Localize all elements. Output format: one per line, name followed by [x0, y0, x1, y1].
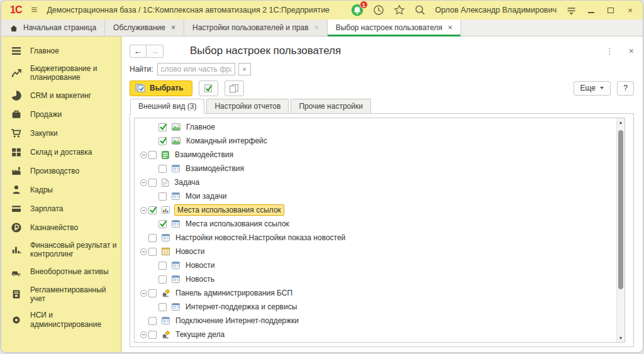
sidebar-item[interactable]: Главное: [1, 41, 122, 60]
checkbox[interactable]: [148, 248, 157, 256]
collapse-icon[interactable]: [140, 290, 147, 297]
back-button[interactable]: ←: [130, 45, 147, 58]
tree-row[interactable]: Подключение Интернет-поддержки: [135, 314, 616, 328]
close-tab-icon[interactable]: ×: [448, 23, 452, 32]
sidebar-item[interactable]: Закупки: [1, 124, 122, 143]
settings-tree: ГлавноеКомандный интерфейсВзаимодействия…: [135, 118, 616, 342]
checkbox[interactable]: [158, 165, 167, 173]
scroll-up-icon[interactable]: ▲: [617, 118, 625, 126]
checkbox[interactable]: [148, 206, 157, 214]
set-all-flags-button[interactable]: [199, 80, 218, 96]
close-tab-icon[interactable]: ×: [171, 23, 175, 32]
collapse-icon[interactable]: [140, 152, 147, 158]
main-menu-icon[interactable]: ≡: [27, 4, 41, 16]
clear-find-button[interactable]: ×: [238, 63, 251, 75]
document-green-icon: [162, 151, 169, 159]
tree-row[interactable]: Новость: [135, 272, 616, 286]
checkbox[interactable]: [158, 275, 167, 284]
checkbox[interactable]: [158, 262, 167, 270]
checkbox[interactable]: [158, 123, 167, 131]
collapse-icon[interactable]: [140, 207, 147, 214]
favorites-button[interactable]: [394, 4, 405, 16]
history-button[interactable]: [373, 4, 384, 16]
sidebar-item-label: Кадры: [30, 185, 53, 194]
service-menu-button[interactable]: [566, 5, 577, 16]
scrollbar-thumb[interactable]: [618, 130, 623, 289]
sidebar-item[interactable]: Зарплата: [1, 199, 122, 218]
sidebar-item[interactable]: Производство: [1, 162, 122, 180]
select-icon: [135, 84, 145, 92]
sidebar-item[interactable]: Финансовый результат и контроллинг: [1, 237, 122, 263]
more-button[interactable]: Еще: [574, 81, 611, 96]
window-tab[interactable]: Выбор настроек пользователя×: [328, 19, 462, 36]
tree-row[interactable]: Текущие дела: [135, 341, 616, 342]
minimize-button[interactable]: [586, 6, 596, 14]
checkbox[interactable]: [158, 192, 167, 201]
sidebar-item[interactable]: Регламентированный учет: [1, 282, 122, 307]
checkbox[interactable]: [148, 289, 157, 297]
tree-row[interactable]: Интернет-поддержка и сервисы: [135, 300, 616, 314]
tree-row[interactable]: Места использования ссылок: [135, 203, 616, 217]
checkbox[interactable]: [158, 137, 167, 145]
sidebar-item[interactable]: НСИ и администрирование: [1, 307, 122, 333]
tree-row[interactable]: Новости: [135, 245, 616, 258]
maximize-button[interactable]: [606, 6, 616, 14]
notifications-button[interactable]: 1: [351, 4, 364, 16]
checkbox[interactable]: [148, 317, 157, 325]
current-user[interactable]: Орлов Александр Владимирович: [435, 6, 557, 14]
checkbox[interactable]: [148, 234, 157, 242]
checkbox[interactable]: [148, 151, 157, 159]
tree-row[interactable]: Главное: [135, 120, 616, 134]
tree-row[interactable]: Взаимодействия: [135, 148, 616, 162]
settings-tab[interactable]: Прочие настройки: [291, 99, 370, 113]
window-tab[interactable]: Настройки пользователей и прав×: [184, 19, 328, 36]
close-form-button[interactable]: ×: [629, 46, 634, 56]
checkbox[interactable]: [148, 179, 157, 187]
forward-button[interactable]: →: [147, 45, 164, 58]
tree-row[interactable]: Настройки новостей.Настройки показа ново…: [135, 231, 616, 245]
settings-tab[interactable]: Внешний вид (3): [130, 99, 204, 114]
checkbox[interactable]: [158, 220, 167, 228]
tree-item-label: Взаимодействия: [184, 163, 245, 174]
close-tab-icon[interactable]: ×: [314, 23, 319, 32]
sidebar-item[interactable]: Продажи: [1, 105, 122, 124]
sidebar-item[interactable]: Бюджетирование и планирование: [1, 60, 122, 86]
settings-list: ГлавноеКомандный интерфейсВзаимодействия…: [134, 118, 625, 343]
form-menu-button[interactable]: ⋮: [606, 47, 614, 56]
tree-row[interactable]: Места использования ссылок: [135, 217, 616, 231]
collapse-icon[interactable]: [140, 331, 147, 338]
help-button[interactable]: ?: [617, 81, 634, 96]
checkbox[interactable]: [148, 331, 157, 339]
checkbox[interactable]: [158, 303, 167, 311]
window-tab[interactable]: Обслуживание×: [105, 19, 184, 36]
sidebar-item[interactable]: Внеоборотные активы: [1, 263, 122, 282]
table-icon: [162, 248, 170, 255]
sidebar-item[interactable]: CRM и маркетинг: [1, 86, 122, 105]
sidebar-item[interactable]: Казначейство: [1, 218, 122, 237]
tree-item-label: Настройки новостей.Настройки показа ново…: [174, 233, 347, 243]
sidebar-item[interactable]: Кадры: [1, 180, 122, 199]
tree-row[interactable]: Текущие дела: [135, 328, 616, 341]
collapse-icon[interactable]: [140, 248, 147, 255]
tree-row[interactable]: Взаимодействия: [135, 162, 616, 175]
tree-row[interactable]: Панель администрирования БСП: [135, 286, 616, 300]
global-search-button[interactable]: [414, 4, 426, 16]
settings-tab[interactable]: Настройки отчетов: [206, 99, 289, 113]
sections-menu-icon: [11, 45, 22, 57]
tree-item-label: Места использования ссылок: [174, 204, 284, 216]
scroll-down-icon[interactable]: ▼: [617, 334, 625, 342]
find-input[interactable]: [157, 63, 235, 75]
vertical-scrollbar[interactable]: ▲ ▼: [616, 118, 625, 342]
tree-row[interactable]: Мои задачи: [135, 189, 616, 203]
tree-row[interactable]: Задача: [135, 175, 616, 189]
sidebar-item[interactable]: Склад и доставка: [1, 143, 122, 162]
select-button[interactable]: Выбрать: [130, 80, 192, 96]
form-icon: [172, 192, 180, 200]
window-tab[interactable]: Начальная страница: [1, 19, 105, 36]
search-icon: [414, 4, 426, 16]
tree-row[interactable]: Новости: [135, 258, 616, 272]
tree-row[interactable]: Командный интерфейс: [135, 134, 616, 148]
close-window-button[interactable]: ×: [625, 6, 635, 14]
clear-all-flags-button[interactable]: [225, 80, 244, 96]
collapse-icon[interactable]: [140, 179, 147, 186]
